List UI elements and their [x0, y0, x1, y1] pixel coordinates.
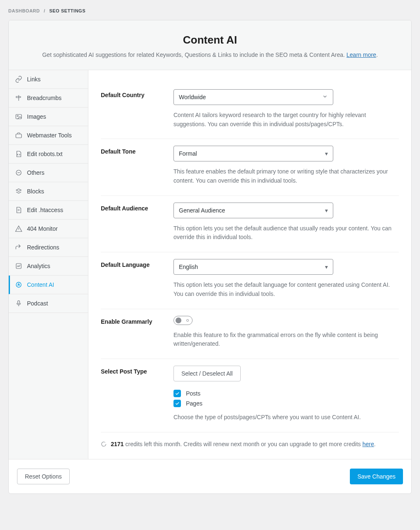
sidebar-item-label: Links [27, 76, 41, 83]
caret-down-icon: ▾ [325, 207, 328, 214]
learn-more-link[interactable]: Learn more [347, 51, 376, 58]
sidebar-item-label: Images [27, 113, 46, 120]
page-title: Content AI [17, 34, 403, 46]
breadcrumb-current: SEO SETTINGS [49, 8, 85, 13]
sidebar-item-label: Blocks [27, 188, 44, 195]
svg-point-1 [17, 115, 18, 117]
field-default-country: Default Country Worldwide Content AI tai… [101, 83, 399, 139]
sidebar-item-content-ai[interactable]: Content AI [9, 276, 88, 294]
sidebar-item-label: Breadcrumbs [27, 95, 61, 101]
toolbox-icon [15, 131, 23, 139]
field-description: This feature enables the default primary… [173, 167, 399, 185]
credits-status: 2171 credits left this month. Credits wi… [101, 432, 399, 459]
svg-rect-6 [18, 300, 20, 304]
field-default-tone: Default Tone Formal ▾ This feature enabl… [101, 139, 399, 195]
field-default-language: Default Language English ▾ This option l… [101, 252, 399, 309]
caret-down-icon: ▾ [325, 150, 328, 157]
checkbox-checked-icon [173, 390, 181, 397]
circle-icon [15, 169, 23, 177]
post-type-label: Posts [186, 390, 200, 397]
sidebar-item-label: Webmaster Tools [27, 132, 72, 139]
field-description: This option lets you set the default lan… [173, 281, 399, 298]
field-description: Enable this feature to fix the grammatic… [173, 331, 399, 349]
panel-header: Content AI Get sophisticated AI suggesti… [9, 20, 411, 70]
field-label: Select Post Type [101, 366, 173, 375]
panel-footer: Reset Options Save Changes [9, 459, 411, 493]
default-language-select[interactable]: English ▾ [173, 259, 333, 275]
sidebar-item-others[interactable]: Others [9, 164, 88, 182]
field-description: This option lets you set the default aud… [173, 224, 399, 242]
page-description: Get sophisticated AI suggestions for rel… [17, 51, 403, 58]
sidebar-item-label: Edit .htaccess [27, 207, 63, 213]
sidebar-item-redirections[interactable]: Redirections [9, 238, 88, 257]
grammarly-toggle[interactable] [173, 316, 193, 325]
checkbox-checked-icon [173, 400, 181, 407]
blocks-icon [15, 187, 23, 195]
field-label: Enable Grammarly [101, 316, 173, 325]
chart-icon [15, 262, 23, 270]
file-icon [15, 206, 23, 214]
sidebar-item-webmaster[interactable]: Webmaster Tools [9, 126, 88, 145]
sidebar-item-label: Podcast [27, 300, 48, 307]
field-label: Default Language [101, 259, 173, 268]
sidebar-item-breadcrumbs[interactable]: Breadcrumbs [9, 89, 88, 107]
caret-down-icon: ▾ [325, 264, 328, 270]
chevron-down-icon [322, 94, 328, 101]
link-icon [15, 75, 23, 83]
field-default-audience: Default Audience General Audience ▾ This… [101, 196, 399, 252]
sidebar-item-label: Analytics [27, 263, 50, 269]
default-audience-select[interactable]: General Audience ▾ [173, 203, 333, 218]
settings-sidebar: Links Breadcrumbs Images Webmaster Tools [9, 70, 88, 459]
breadcrumb-separator: / [44, 8, 46, 13]
sidebar-item-analytics[interactable]: Analytics [9, 257, 88, 276]
credits-count: 2171 [111, 441, 124, 447]
post-type-pages[interactable]: Pages [173, 400, 399, 407]
sidebar-item-label: 404 Monitor [27, 225, 58, 232]
ai-icon [15, 281, 23, 289]
file-code-icon [15, 150, 23, 158]
sidebar-item-label: Redirections [27, 244, 59, 251]
signpost-icon [15, 94, 23, 102]
settings-main: Default Country Worldwide Content AI tai… [88, 70, 411, 459]
sidebar-item-404[interactable]: 404 Monitor [9, 220, 88, 238]
field-description: Choose the type of posts/pages/CPTs wher… [173, 413, 399, 422]
image-icon [15, 112, 23, 121]
sidebar-item-robots[interactable]: Edit robots.txt [9, 145, 88, 164]
sidebar-item-images[interactable]: Images [9, 107, 88, 126]
field-label: Default Tone [101, 146, 173, 155]
svg-point-5 [16, 282, 21, 287]
field-label: Default Audience [101, 203, 173, 212]
save-changes-button[interactable]: Save Changes [350, 469, 403, 484]
field-enable-grammarly: Enable Grammarly Enable this feature to … [101, 309, 399, 359]
mic-icon [15, 299, 23, 308]
redirect-icon [15, 243, 23, 252]
refresh-icon [101, 441, 107, 447]
credits-upgrade-link[interactable]: here [362, 441, 374, 447]
breadcrumb: DASHBOARD / SEO SETTINGS [8, 8, 412, 13]
post-type-posts[interactable]: Posts [173, 390, 399, 397]
select-deselect-all-button[interactable]: Select / Deselect All [173, 366, 241, 381]
settings-panel: Content AI Get sophisticated AI suggesti… [8, 20, 412, 494]
sidebar-item-label: Content AI [27, 281, 54, 288]
default-tone-select[interactable]: Formal ▾ [173, 146, 333, 161]
field-label: Default Country [101, 89, 173, 98]
sidebar-item-blocks[interactable]: Blocks [9, 182, 88, 201]
field-select-post-type: Select Post Type Select / Deselect All P… [101, 359, 399, 432]
default-country-select[interactable]: Worldwide [173, 89, 333, 105]
sidebar-item-links[interactable]: Links [9, 70, 88, 89]
reset-options-button[interactable]: Reset Options [17, 469, 70, 484]
sidebar-item-podcast[interactable]: Podcast [9, 294, 88, 313]
warning-icon [15, 225, 23, 233]
field-description: Content AI tailors keyword research to t… [173, 111, 399, 129]
post-type-label: Pages [186, 400, 203, 407]
svg-rect-2 [16, 134, 22, 138]
breadcrumb-dashboard[interactable]: DASHBOARD [8, 8, 40, 13]
sidebar-item-label: Edit robots.txt [27, 151, 63, 157]
sidebar-item-htaccess[interactable]: Edit .htaccess [9, 201, 88, 220]
sidebar-item-label: Others [27, 169, 44, 176]
